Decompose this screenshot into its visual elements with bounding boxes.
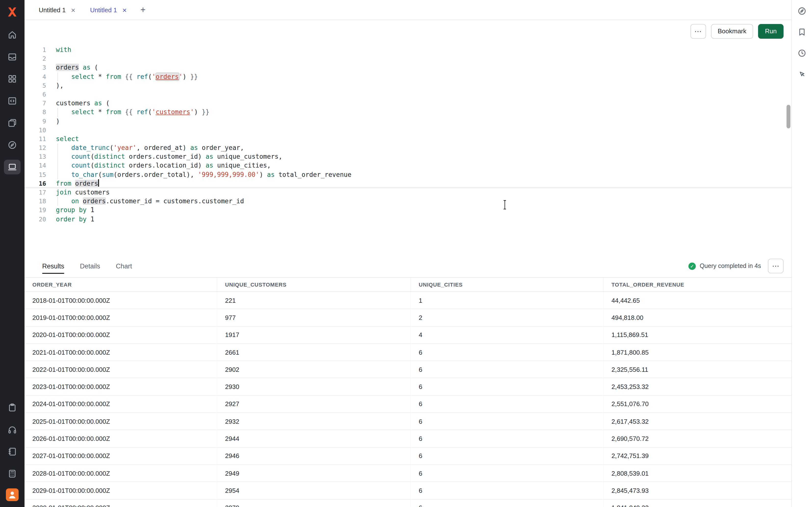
results-tab-chart[interactable]: Chart — [116, 255, 132, 277]
code-line-10[interactable]: 10 — [24, 126, 792, 134]
code-line-12[interactable]: 12 date_trunc('year', ordered_at) as ord… — [24, 144, 792, 152]
left-sidebar — [0, 0, 24, 507]
table-row[interactable]: 2026-01-01T00:00:00.000Z294462,690,570.7… — [24, 430, 792, 448]
table-cell: 1,871,800.85 — [604, 344, 792, 361]
file-tab-label: Untitled 1 — [90, 6, 117, 13]
line-number: 1 — [24, 46, 46, 54]
table-cell: 6 — [411, 396, 604, 413]
code-text: group by 1 — [56, 206, 792, 215]
column-header-total_order_revenue[interactable]: TOTAL_ORDER_REVENUE — [604, 278, 792, 291]
code-text: order by 1 — [56, 215, 792, 224]
line-number: 5 — [24, 81, 46, 90]
table-row[interactable]: 2028-01-01T00:00:00.000Z294962,808,539.0… — [24, 465, 792, 482]
code-line-11[interactable]: 11select — [24, 135, 792, 144]
code-line-18[interactable]: 18 on orders.customer_id = customers.cus… — [24, 197, 792, 206]
table-row[interactable]: 2018-01-01T00:00:00.000Z221144,442.65 — [24, 292, 792, 309]
code-line-19[interactable]: 19group by 1 — [24, 206, 792, 215]
bookmark-button[interactable]: Bookmark — [711, 24, 753, 39]
table-row[interactable]: 2027-01-01T00:00:00.000Z294662,742,751.3… — [24, 448, 792, 465]
query-status-text: Query completed in 4s — [700, 263, 761, 269]
sidebar-item-support[interactable] — [4, 422, 20, 437]
code-line-9[interactable]: 9) — [24, 117, 792, 126]
table-row[interactable]: 2030-01-01T00:00:00.000Z287961,841,049.3… — [24, 499, 792, 507]
new-tab-button[interactable]: + — [141, 5, 146, 14]
file-tab-2[interactable]: Untitled 1 × — [83, 0, 134, 19]
line-number: 11 — [24, 135, 46, 144]
code-text: join customers — [56, 188, 792, 197]
sidebar-item-windows[interactable] — [4, 116, 20, 130]
code-line-13[interactable]: 13 count(distinct orders.customer_id) as… — [24, 153, 792, 161]
sidebar-item-apps-grid[interactable] — [4, 71, 20, 86]
code-text: select * from {{ ref('customers') }} — [56, 108, 792, 117]
column-header-unique_cities[interactable]: UNIQUE_CITIES — [411, 278, 604, 291]
sidebar-item-code-editor[interactable] — [4, 94, 20, 108]
sql-editor[interactable]: 1with23orders as (4 select * from {{ ref… — [24, 42, 792, 255]
code-line-15[interactable]: 15 to_char(sum(orders.order_total), '999… — [24, 170, 792, 179]
code-line-8[interactable]: 8 select * from {{ ref('customers') }} — [24, 108, 792, 117]
line-number: 13 — [24, 153, 46, 161]
table-row[interactable]: 2024-01-01T00:00:00.000Z292762,551,076.7… — [24, 396, 792, 413]
table-row[interactable]: 2022-01-01T00:00:00.000Z290262,325,556.1… — [24, 361, 792, 379]
results-tab-results[interactable]: Results — [42, 255, 64, 277]
code-line-16[interactable]: 16from orders — [24, 179, 792, 188]
file-tab-1[interactable]: Untitled 1 × — [32, 0, 83, 19]
table-cell: 2,453,253.32 — [604, 379, 792, 395]
table-row[interactable]: 2023-01-01T00:00:00.000Z293062,453,253.3… — [24, 379, 792, 396]
right-panel-item-explore[interactable] — [796, 4, 808, 17]
line-number: 7 — [24, 99, 46, 108]
table-cell: 2927 — [217, 396, 411, 413]
code-line-17[interactable]: 17join customers — [24, 188, 792, 197]
code-line-5[interactable]: 5), — [24, 81, 792, 90]
table-cell: 2,808,539.01 — [604, 465, 792, 482]
table-row[interactable]: 2020-01-01T00:00:00.000Z191741,115,869.5… — [24, 327, 792, 344]
sidebar-item-calculator[interactable] — [4, 466, 20, 481]
table-cell: 2,742,751.39 — [604, 448, 792, 464]
table-cell: 2879 — [217, 499, 411, 507]
line-number: 4 — [24, 72, 46, 81]
code-line-20[interactable]: 20order by 1 — [24, 215, 792, 224]
results-tab-details[interactable]: Details — [80, 255, 100, 277]
line-number: 3 — [24, 63, 46, 72]
sidebar-item-home[interactable] — [4, 27, 20, 42]
sidebar-item-docs[interactable] — [4, 444, 20, 459]
code-line-2[interactable]: 2 — [24, 54, 792, 63]
editor-scrollbar-thumb[interactable] — [786, 105, 791, 128]
code-line-3[interactable]: 3orders as ( — [24, 63, 792, 72]
table-row[interactable]: 2019-01-01T00:00:00.000Z9772494,818.00 — [24, 309, 792, 327]
close-icon[interactable]: × — [122, 6, 127, 13]
sidebar-item-explore[interactable] — [4, 138, 20, 152]
sidebar-item-studio[interactable] — [4, 160, 20, 174]
more-options-button[interactable]: ⋯ — [690, 24, 706, 39]
right-panel-item-bookmarks[interactable] — [796, 25, 808, 38]
sidebar-item-tasks[interactable] — [4, 400, 20, 415]
line-number: 16 — [24, 179, 46, 188]
sidebar-nav-top — [4, 27, 20, 174]
column-header-order_year[interactable]: ORDER_YEAR — [24, 278, 217, 291]
code-line-1[interactable]: 1with — [24, 46, 792, 54]
code-line-4[interactable]: 4 select * from {{ ref('orders') }} — [24, 72, 792, 81]
right-panel-item-history[interactable] — [796, 47, 808, 59]
user-avatar[interactable] — [6, 488, 19, 501]
right-panel-item-selection-tool[interactable] — [796, 68, 808, 80]
table-row[interactable]: 2029-01-01T00:00:00.000Z295462,845,473.9… — [24, 482, 792, 500]
studio-icon — [7, 162, 17, 172]
close-icon[interactable]: × — [71, 6, 75, 13]
table-cell: 2022-01-01T00:00:00.000Z — [24, 361, 217, 378]
code-line-14[interactable]: 14 count(distinct orders.location_id) as… — [24, 161, 792, 170]
code-text: count(distinct orders.customer_id) as un… — [56, 153, 792, 161]
table-cell: 2,845,473.93 — [604, 482, 792, 499]
run-button[interactable]: Run — [758, 24, 783, 39]
code-line-6[interactable]: 6 — [24, 90, 792, 99]
table-row[interactable]: 2025-01-01T00:00:00.000Z293262,617,453.3… — [24, 413, 792, 430]
code-text: date_trunc('year', ordered_at) as order_… — [56, 144, 792, 152]
line-number: 12 — [24, 144, 46, 152]
app-logo-icon[interactable] — [5, 5, 19, 19]
results-more-button[interactable]: ⋯ — [768, 259, 783, 273]
code-line-7[interactable]: 7customers as ( — [24, 99, 792, 108]
table-cell: 221 — [217, 292, 411, 309]
query-status: ✓ Query completed in 4s — [689, 262, 761, 270]
table-row[interactable]: 2021-01-01T00:00:00.000Z266161,871,800.8… — [24, 344, 792, 361]
sidebar-item-data-sources[interactable] — [4, 50, 20, 64]
column-header-unique_customers[interactable]: UNIQUE_CUSTOMERS — [217, 278, 411, 291]
support-icon — [7, 425, 17, 435]
